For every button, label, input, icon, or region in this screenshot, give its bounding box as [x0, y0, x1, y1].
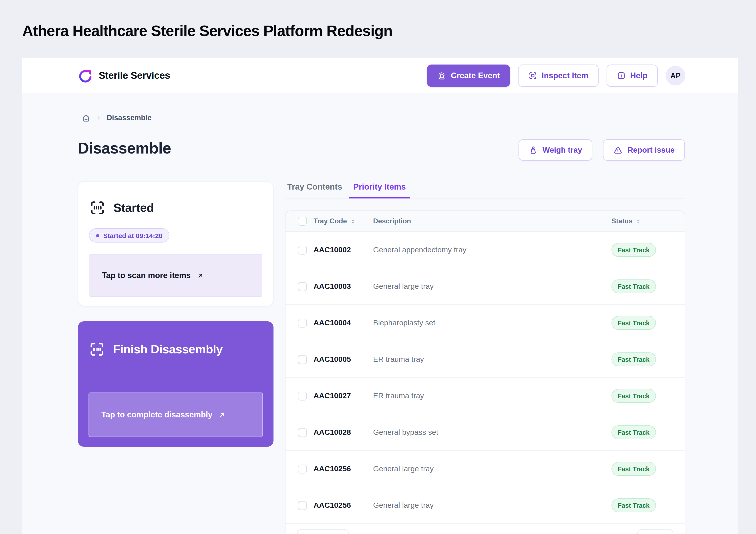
row-code: AAC10256 — [313, 501, 351, 510]
row-description: General bypass set — [373, 428, 438, 436]
row-code: AAC10028 — [313, 428, 351, 437]
started-card: Started Started at 09:14:20 Tap to scan … — [78, 181, 274, 306]
inspect-item-label: Inspect Item — [542, 71, 588, 80]
row-code: AAC10002 — [313, 245, 351, 254]
row-description: General large tray — [373, 282, 434, 290]
row-code: AAC10004 — [313, 319, 351, 327]
siren-icon — [437, 71, 446, 80]
row-code: AAC10003 — [313, 282, 351, 291]
complete-disassembly-button[interactable]: Tap to complete disassembly — [89, 392, 263, 437]
page-title: Athera Healthcare Sterile Services Platf… — [22, 22, 392, 40]
tab-tray-contents[interactable]: Tray Contents — [287, 181, 342, 198]
warning-icon — [613, 145, 623, 155]
brand-logo-icon — [78, 68, 93, 83]
left-column: Started Started at 09:14:20 Tap to scan … — [78, 181, 274, 534]
scan-more-items-label: Tap to scan more items — [102, 271, 191, 280]
table-row[interactable]: AAC10005 ER trauma tray Fast Track — [285, 341, 685, 378]
table-row[interactable]: AAC10028 General bypass set Fast Track — [285, 414, 685, 451]
weigh-tray-button[interactable]: Weigh tray — [519, 139, 592, 161]
table-row[interactable]: AAC10256 General large tray Fast Track — [285, 487, 685, 524]
help-button[interactable]: Help — [607, 65, 658, 87]
status-badge: Fast Track — [611, 316, 656, 330]
brand-name: Sterile Services — [99, 70, 170, 81]
table-row[interactable]: AAC10004 Blepharoplasty set Fast Track — [285, 305, 685, 341]
row-description: General appendectomy tray — [373, 245, 467, 254]
content-area: Disassemble Disassemble Weigh tray — [22, 93, 738, 534]
row-checkbox[interactable] — [298, 464, 307, 473]
row-description: ER trauma tray — [373, 391, 424, 400]
scan-barcode-icon — [89, 199, 106, 216]
table-row[interactable]: AAC10003 General large tray Fast Track — [285, 268, 685, 305]
table-row[interactable]: AAC10027 ER trauma tray Fast Track — [285, 378, 685, 414]
started-card-header: Started — [89, 199, 262, 216]
finish-card-header: Finish Disassembly — [89, 341, 263, 358]
table-body: AAC10002 General appendectomy tray Fast … — [285, 232, 685, 524]
row-description: General large tray — [373, 501, 434, 509]
arrow-up-right-icon — [218, 411, 226, 418]
row-checkbox[interactable] — [298, 245, 307, 254]
row-checkbox[interactable] — [298, 319, 307, 327]
scan-frame-icon — [528, 71, 537, 80]
create-event-button[interactable]: Create Event — [427, 65, 510, 87]
previous-page-button[interactable]: Previous — [297, 529, 349, 534]
breadcrumb: Disassemble — [81, 113, 152, 122]
row-checkbox[interactable] — [298, 355, 307, 364]
info-icon — [617, 71, 626, 80]
topbar-actions: Create Event Inspect Item — [427, 65, 685, 87]
row-code: AAC10005 — [313, 355, 351, 364]
next-page-button[interactable]: Next — [637, 529, 673, 534]
home-icon[interactable] — [81, 113, 91, 122]
row-checkbox[interactable] — [298, 391, 307, 400]
inspect-item-button[interactable]: Inspect Item — [518, 65, 599, 87]
column-tray-code[interactable]: Tray Code — [313, 217, 347, 225]
scan-barcode-icon — [89, 341, 105, 358]
row-description: ER trauma tray — [373, 355, 424, 363]
row-description: Blepharoplasty set — [373, 319, 435, 327]
finish-card-title: Finish Disassembly — [113, 342, 223, 356]
right-column: Tray Contents Priority Items Tray Code — [285, 181, 685, 534]
row-checkbox[interactable] — [298, 282, 307, 291]
column-status[interactable]: Status — [611, 217, 633, 225]
tab-priority-items[interactable]: Priority Items — [349, 181, 410, 198]
topbar: Sterile Services Create Event — [22, 58, 738, 93]
weigh-tray-label: Weigh tray — [543, 145, 582, 155]
columns: Started Started at 09:14:20 Tap to scan … — [78, 181, 685, 534]
breadcrumb-current[interactable]: Disassemble — [107, 113, 152, 122]
avatar[interactable]: AP — [666, 66, 685, 85]
report-issue-button[interactable]: Report issue — [603, 139, 685, 161]
column-description[interactable]: Description — [373, 217, 411, 225]
started-badge-label: Started at 09:14:20 — [103, 232, 163, 239]
complete-disassembly-label: Tap to complete disassembly — [101, 410, 213, 419]
status-badge: Fast Track — [611, 462, 656, 476]
finish-disassembly-card[interactable]: Finish Disassembly Tap to complete disas… — [78, 321, 274, 447]
brand: Sterile Services — [78, 68, 170, 83]
table-row[interactable]: AAC10002 General appendectomy tray Fast … — [285, 232, 685, 268]
status-dot — [96, 234, 99, 237]
arrow-up-right-icon — [196, 272, 204, 279]
row-checkbox[interactable] — [298, 428, 307, 437]
status-badge: Fast Track — [611, 498, 656, 512]
sort-icon[interactable] — [636, 218, 641, 224]
status-badge: Fast Track — [611, 279, 656, 293]
select-all-checkbox[interactable] — [298, 217, 307, 226]
screenshot-stage: Athera Healthcare Sterile Services Platf… — [0, 0, 756, 534]
help-label: Help — [630, 71, 647, 80]
status-badge: Fast Track — [611, 389, 656, 403]
started-badge: Started at 09:14:20 — [89, 228, 170, 242]
weight-icon — [529, 146, 538, 155]
started-card-title: Started — [113, 201, 154, 215]
table-row[interactable]: AAC10256 General large tray Fast Track — [285, 451, 685, 487]
tabs: Tray Contents Priority Items — [285, 181, 685, 198]
status-badge: Fast Track — [611, 425, 656, 439]
pagination: Previous Page 1 of 10 Next — [285, 524, 685, 534]
status-badge: Fast Track — [611, 243, 656, 257]
scan-more-items-button[interactable]: Tap to scan more items — [89, 254, 262, 297]
table-header: Tray Code Description — [285, 211, 685, 232]
sort-icon[interactable] — [350, 218, 356, 224]
row-checkbox[interactable] — [298, 501, 307, 510]
row-description: General large tray — [373, 464, 434, 473]
chevron-right-icon — [95, 115, 102, 121]
page-actions: Weigh tray Report issue — [519, 139, 685, 161]
row-code: AAC10027 — [313, 391, 351, 400]
report-issue-label: Report issue — [628, 145, 675, 155]
